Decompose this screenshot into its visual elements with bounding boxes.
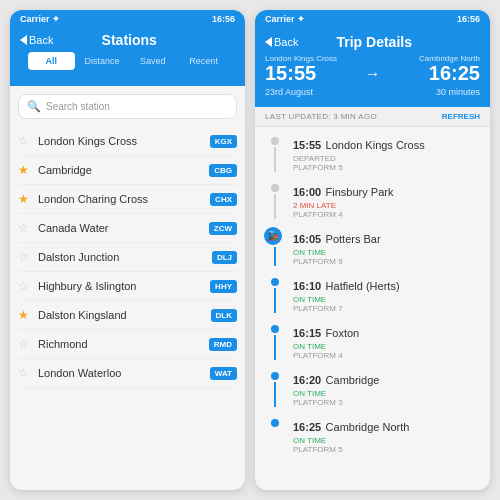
trip-meta: 23rd August 30 minutes bbox=[265, 87, 480, 97]
timeline: 15:55 London Kings Cross DEPARTED PLATFO… bbox=[255, 127, 490, 490]
search-placeholder: Search station bbox=[46, 101, 110, 112]
timeline-line-0 bbox=[274, 147, 276, 172]
header-1: Back Stations All Distance Saved Recent bbox=[10, 26, 245, 86]
stop-time-4: 16:15 bbox=[293, 327, 321, 339]
station-name-8: London Waterloo bbox=[38, 367, 204, 379]
stop-time-0: 15:55 bbox=[293, 139, 321, 151]
stop-station-2: Potters Bar bbox=[326, 233, 381, 245]
back-label-2: Back bbox=[274, 36, 298, 48]
last-updated-text: LAST UPDATED: 3 MIN AGO bbox=[265, 112, 377, 121]
timeline-dot-2: 🚂 bbox=[264, 227, 282, 245]
timeline-stop-2: 🚂 16:05 Potters Bar ON TIME PLATFORM 9 bbox=[265, 229, 480, 266]
station-code-2: CHX bbox=[210, 193, 237, 206]
stop-status-5: ON TIME bbox=[293, 389, 480, 398]
timeline-dot-3 bbox=[271, 278, 279, 286]
star-icon-5[interactable]: ☆ bbox=[18, 279, 32, 293]
station-name-4: Dalston Junction bbox=[38, 251, 206, 263]
star-icon-4[interactable]: ☆ bbox=[18, 250, 32, 264]
back-button-1[interactable]: Back bbox=[20, 34, 53, 46]
star-icon-2[interactable]: ★ bbox=[18, 192, 32, 206]
stop-content-3: 16:10 Hatfield (Herts) ON TIME PLATFORM … bbox=[293, 276, 480, 313]
train-icon: 🚂 bbox=[267, 231, 278, 241]
stop-time-3: 16:10 bbox=[293, 280, 321, 292]
list-item[interactable]: ☆ Highbury & Islington HHY bbox=[18, 272, 237, 301]
stop-status-0: DEPARTED bbox=[293, 154, 480, 163]
list-item[interactable]: ★ Cambridge CBG bbox=[18, 156, 237, 185]
search-bar[interactable]: 🔍 Search station bbox=[18, 94, 237, 119]
tab-distance[interactable]: Distance bbox=[79, 52, 126, 70]
station-name-2: London Charing Cross bbox=[38, 193, 204, 205]
list-item[interactable]: ☆ Dalston Junction DLJ bbox=[18, 243, 237, 272]
list-item[interactable]: ★ London Charing Cross CHX bbox=[18, 185, 237, 214]
timeline-stop-5: 16:20 Cambridge ON TIME PLATFORM 3 bbox=[265, 370, 480, 407]
back-label-1: Back bbox=[29, 34, 53, 46]
list-item[interactable]: ☆ Richmond RMD bbox=[18, 330, 237, 359]
station-code-1: CBG bbox=[209, 164, 237, 177]
stop-platform-2: PLATFORM 9 bbox=[293, 257, 480, 266]
refresh-button[interactable]: REFRESH bbox=[442, 112, 480, 121]
stations-screen: Carrier ✦ 16:56 Back Stations All Distan… bbox=[10, 10, 245, 490]
from-time: 15:55 bbox=[265, 63, 359, 83]
timeline-stop-4: 16:15 Foxton ON TIME PLATFORM 4 bbox=[265, 323, 480, 360]
trip-date: 23rd August bbox=[265, 87, 313, 97]
stop-station-1: Finsbury Park bbox=[326, 186, 394, 198]
station-name-7: Richmond bbox=[38, 338, 203, 350]
trip-header: Back Trip Details London Kings Cross 15:… bbox=[255, 26, 490, 107]
trip-route: London Kings Cross 15:55 → Cambridge Nor… bbox=[265, 54, 480, 83]
star-icon-7[interactable]: ☆ bbox=[18, 337, 32, 351]
status-bar-2: Carrier ✦ 16:56 bbox=[255, 10, 490, 26]
station-code-7: RMD bbox=[209, 338, 237, 351]
station-name-6: Dalston Kingsland bbox=[38, 309, 205, 321]
list-item[interactable]: ★ Dalston Kingsland DLK bbox=[18, 301, 237, 330]
star-icon-6[interactable]: ★ bbox=[18, 308, 32, 322]
stop-station-3: Hatfield (Herts) bbox=[326, 280, 400, 292]
timeline-line-2 bbox=[274, 247, 276, 266]
station-code-4: DLJ bbox=[212, 251, 237, 264]
timeline-dot-5 bbox=[271, 372, 279, 380]
timeline-line-3 bbox=[274, 288, 276, 313]
list-item[interactable]: ☆ London Waterloo WAT bbox=[18, 359, 237, 388]
station-list: ☆ London Kings Cross KGX ★ Cambridge CBG… bbox=[10, 127, 245, 490]
stop-station-0: London Kings Cross bbox=[326, 139, 425, 151]
stop-status-4: ON TIME bbox=[293, 342, 480, 351]
timeline-stop-3: 16:10 Hatfield (Herts) ON TIME PLATFORM … bbox=[265, 276, 480, 313]
to-time: 16:25 bbox=[387, 63, 481, 83]
stop-time-5: 16:20 bbox=[293, 374, 321, 386]
stop-platform-0: PLATFORM 5 bbox=[293, 163, 480, 172]
station-name-1: Cambridge bbox=[38, 164, 203, 176]
tab-recent[interactable]: Recent bbox=[180, 52, 227, 70]
stop-platform-4: PLATFORM 4 bbox=[293, 351, 480, 360]
timeline-dot-1 bbox=[271, 184, 279, 192]
arrow-icon: → bbox=[359, 55, 387, 83]
trip-details-screen: Carrier ✦ 16:56 Back Trip Details London… bbox=[255, 10, 490, 490]
stop-status-3: ON TIME bbox=[293, 295, 480, 304]
stop-content-6: 16:25 Cambridge North ON TIME PLATFORM 5 bbox=[293, 417, 480, 454]
tab-saved[interactable]: Saved bbox=[130, 52, 177, 70]
list-item[interactable]: ☆ Canada Water ZCW bbox=[18, 214, 237, 243]
stop-station-5: Cambridge bbox=[326, 374, 380, 386]
stop-status-1: 2 MIN LATE bbox=[293, 201, 480, 210]
time-1: 16:56 bbox=[212, 14, 235, 24]
timeline-dot-6 bbox=[271, 419, 279, 427]
update-bar: LAST UPDATED: 3 MIN AGO REFRESH bbox=[255, 107, 490, 127]
stop-station-6: Cambridge North bbox=[326, 421, 410, 433]
timeline-dot-0 bbox=[271, 137, 279, 145]
carrier-1: Carrier ✦ bbox=[20, 14, 60, 24]
star-icon-1[interactable]: ★ bbox=[18, 163, 32, 177]
carrier-2: Carrier ✦ bbox=[265, 14, 305, 24]
star-icon-8[interactable]: ☆ bbox=[18, 366, 32, 380]
stop-content-0: 15:55 London Kings Cross DEPARTED PLATFO… bbox=[293, 135, 480, 172]
station-name-3: Canada Water bbox=[38, 222, 203, 234]
back-button-2[interactable]: Back bbox=[265, 36, 298, 48]
stop-station-4: Foxton bbox=[326, 327, 360, 339]
screen-title-2: Trip Details bbox=[298, 34, 450, 50]
stop-platform-6: PLATFORM 5 bbox=[293, 445, 480, 454]
timeline-line-5 bbox=[274, 382, 276, 407]
star-icon-3[interactable]: ☆ bbox=[18, 221, 32, 235]
stop-content-4: 16:15 Foxton ON TIME PLATFORM 4 bbox=[293, 323, 480, 360]
list-item[interactable]: ☆ London Kings Cross KGX bbox=[18, 127, 237, 156]
stop-platform-5: PLATFORM 3 bbox=[293, 398, 480, 407]
timeline-dot-4 bbox=[271, 325, 279, 333]
tab-all[interactable]: All bbox=[28, 52, 75, 70]
star-icon-0[interactable]: ☆ bbox=[18, 134, 32, 148]
